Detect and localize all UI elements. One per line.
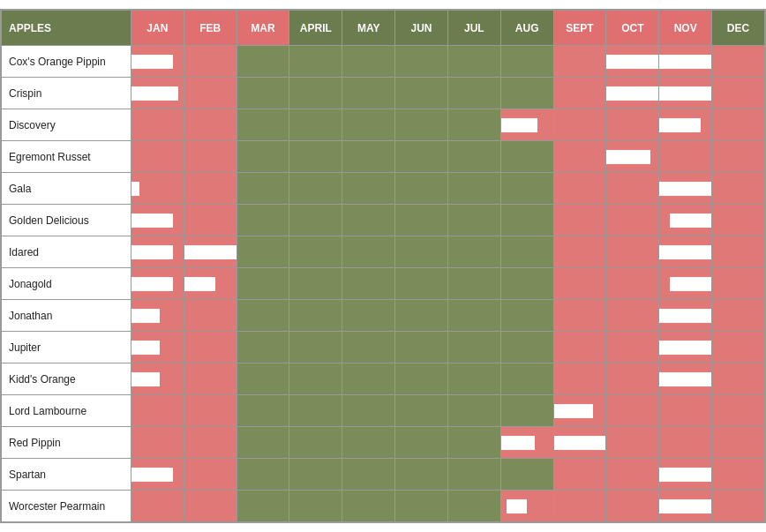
- cell-0-7: [500, 46, 553, 78]
- cell-3-2: [237, 141, 289, 173]
- cell-14-5: [395, 491, 448, 522]
- apple-name: Spartan: [2, 459, 131, 491]
- cell-9-11: [712, 332, 765, 363]
- table-row: Crispin: [2, 78, 765, 109]
- cell-10-1: [184, 363, 237, 395]
- cell-11-3: [289, 395, 342, 427]
- header-month-aug: AUG: [500, 11, 553, 46]
- cell-4-7: [500, 173, 553, 205]
- chart-container: APPLESJANFEBMARAPRILMAYJUNJULAUGSEPTOCTN…: [0, 9, 766, 523]
- cell-0-10: [659, 46, 712, 78]
- cell-2-4: [342, 109, 395, 141]
- cell-0-5: [395, 46, 448, 78]
- header-month-sept: SEPT: [553, 11, 606, 46]
- cell-5-0: [131, 205, 184, 236]
- apple-name: Cox's Orange Pippin: [2, 46, 131, 78]
- cell-10-7: [500, 363, 553, 395]
- cell-12-5: [395, 427, 448, 459]
- cell-12-4: [342, 427, 395, 459]
- cell-9-10: [659, 332, 712, 363]
- white-bar: [659, 245, 711, 259]
- cell-6-2: [237, 236, 289, 268]
- cell-11-2: [237, 395, 289, 427]
- cell-7-1: [184, 268, 237, 300]
- cell-4-5: [395, 173, 448, 205]
- cell-8-5: [395, 300, 448, 332]
- cell-7-2: [237, 268, 289, 300]
- cell-6-3: [289, 236, 342, 268]
- cell-12-8: [553, 427, 606, 459]
- cell-2-3: [289, 109, 342, 141]
- table-row: Lord Lambourne: [2, 395, 765, 427]
- cell-6-9: [606, 236, 659, 268]
- cell-12-1: [184, 427, 237, 459]
- cell-3-8: [553, 141, 606, 173]
- cell-0-3: [289, 46, 342, 78]
- cell-4-2: [237, 173, 289, 205]
- cell-12-11: [712, 427, 765, 459]
- cell-13-0: [131, 459, 184, 491]
- cell-4-6: [447, 173, 500, 205]
- cell-8-1: [184, 300, 237, 332]
- apple-name: Jonagold: [2, 268, 131, 300]
- cell-7-0: [131, 268, 184, 300]
- white-bar: [184, 277, 215, 291]
- white-bar: [670, 214, 711, 228]
- cell-13-11: [712, 459, 765, 491]
- cell-14-8: [553, 491, 606, 522]
- white-bar: [670, 277, 711, 291]
- cell-10-10: [659, 363, 712, 395]
- table-row: Idared: [2, 236, 765, 268]
- apple-name: Golden Delicious: [2, 205, 131, 236]
- cell-8-8: [553, 300, 606, 332]
- white-bar: [606, 150, 650, 164]
- cell-1-2: [237, 78, 289, 109]
- cell-6-11: [712, 236, 765, 268]
- cell-7-3: [289, 268, 342, 300]
- header-month-nov: NOV: [659, 11, 712, 46]
- cell-6-8: [553, 236, 606, 268]
- cell-0-8: [553, 46, 606, 78]
- cell-4-9: [606, 173, 659, 205]
- white-bar: [507, 499, 528, 513]
- cell-13-7: [500, 459, 553, 491]
- cell-2-9: [606, 109, 659, 141]
- white-bar: [659, 55, 711, 69]
- cell-5-2: [237, 205, 289, 236]
- cell-2-6: [447, 109, 500, 141]
- cell-6-6: [447, 236, 500, 268]
- cell-2-5: [395, 109, 448, 141]
- cell-1-5: [395, 78, 448, 109]
- cell-8-4: [342, 300, 395, 332]
- cell-13-1: [184, 459, 237, 491]
- white-bar: [659, 309, 711, 323]
- cell-5-6: [447, 205, 500, 236]
- cell-14-0: [131, 491, 184, 522]
- cell-6-0: [131, 236, 184, 268]
- cell-9-2: [237, 332, 289, 363]
- cell-3-10: [659, 141, 712, 173]
- white-bar: [131, 182, 139, 196]
- cell-7-5: [395, 268, 448, 300]
- cell-10-3: [289, 363, 342, 395]
- cell-3-4: [342, 141, 395, 173]
- cell-0-6: [447, 46, 500, 78]
- cell-3-0: [131, 141, 184, 173]
- cell-4-0: [131, 173, 184, 205]
- cell-8-2: [237, 300, 289, 332]
- cell-1-6: [447, 78, 500, 109]
- white-bar: [184, 245, 237, 259]
- cell-2-1: [184, 109, 237, 141]
- cell-5-9: [606, 205, 659, 236]
- cell-6-5: [395, 236, 448, 268]
- white-bar: [659, 118, 701, 132]
- cell-4-10: [659, 173, 712, 205]
- cell-5-3: [289, 205, 342, 236]
- cell-5-1: [184, 205, 237, 236]
- cell-14-7: [500, 491, 553, 522]
- apple-name: Discovery: [2, 109, 131, 141]
- white-bar: [659, 499, 711, 513]
- cell-10-4: [342, 363, 395, 395]
- cell-6-1: [184, 236, 237, 268]
- cell-9-6: [447, 332, 500, 363]
